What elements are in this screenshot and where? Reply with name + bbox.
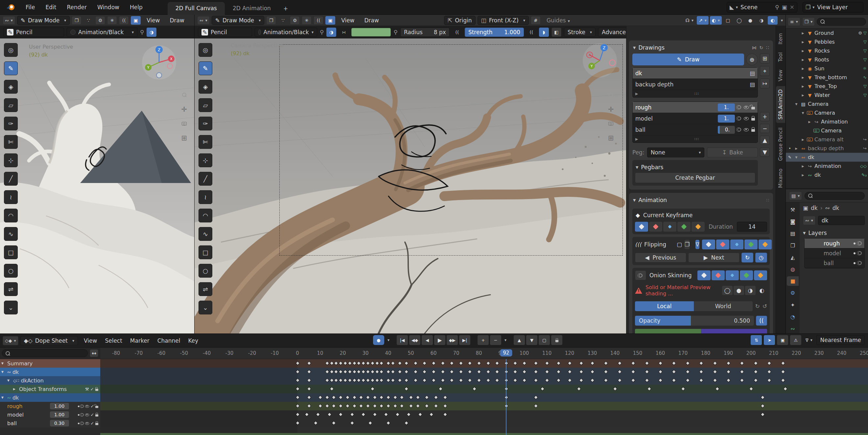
- keyframe[interactable]: [579, 361, 583, 365]
- menu-key[interactable]: Key: [184, 336, 202, 345]
- sun-data-icon[interactable]: ☼: [863, 66, 867, 71]
- camera-data-icon[interactable]: [813, 129, 819, 132]
- viewport-user-canvas[interactable]: User Perspective (92) dk Z Y X ✛ ⊞: [0, 38, 194, 334]
- keyframe[interactable]: [726, 378, 731, 382]
- move-layer-up-button[interactable]: ▲: [760, 136, 770, 145]
- zoom-icon[interactable]: [609, 93, 613, 97]
- properties-tab-output[interactable]: ▤: [787, 229, 799, 238]
- keyframe[interactable]: [327, 412, 332, 416]
- guides-grid-icon[interactable]: #: [531, 16, 541, 25]
- arc-tool[interactable]: ◠: [198, 209, 212, 222]
- shading-material-icon[interactable]: ◑: [745, 286, 755, 295]
- keyframe[interactable]: [384, 412, 388, 416]
- prev-keyframe-button[interactable]: ◀◆: [409, 335, 421, 345]
- auto-keying-button[interactable]: ●: [373, 335, 384, 345]
- shading-wireframe-icon[interactable]: ◯: [722, 286, 733, 295]
- keyframe[interactable]: [332, 404, 336, 408]
- keyframe[interactable]: [404, 387, 408, 391]
- add-object-button[interactable]: ⊕: [746, 54, 758, 65]
- keyframe-type-button[interactable]: [677, 222, 690, 231]
- keyframe[interactable]: [590, 370, 594, 374]
- dot-icon[interactable]: [854, 243, 856, 244]
- keys-icon[interactable]: ◇◇: [860, 164, 867, 168]
- keyframe[interactable]: [391, 361, 395, 365]
- keyframe[interactable]: [356, 378, 361, 382]
- zoom-icon[interactable]: [182, 93, 186, 97]
- mesh-data-icon[interactable]: ▽: [863, 57, 867, 62]
- keyframe[interactable]: [545, 370, 549, 374]
- outliner-item-camera[interactable]: Camera: [786, 126, 868, 135]
- keyframe[interactable]: [514, 370, 518, 374]
- menu-help[interactable]: Help: [125, 3, 148, 12]
- keyframe[interactable]: [325, 378, 329, 382]
- gp-data-icon[interactable]: ∾: [7, 395, 11, 400]
- onion-icon[interactable]: [858, 251, 862, 255]
- next-keyframe-button[interactable]: ▶ Next: [688, 253, 740, 262]
- keyframe[interactable]: [416, 395, 420, 400]
- properties-tab-object-data[interactable]: ∾: [787, 324, 799, 334]
- expand-icon[interactable]: ▶: [801, 40, 805, 44]
- curve-tool[interactable]: ∿: [198, 227, 212, 241]
- collapse-icon[interactable]: ▼: [633, 46, 636, 50]
- dot-icon[interactable]: [854, 252, 856, 254]
- keyframe[interactable]: [459, 378, 463, 382]
- keyframe[interactable]: [432, 361, 436, 365]
- overlays-toggle-icon[interactable]: ◐▾: [710, 16, 722, 25]
- keyframe[interactable]: [425, 404, 429, 408]
- menu-view[interactable]: View: [143, 16, 164, 25]
- breadcrumb-object[interactable]: dk: [811, 205, 818, 211]
- arc-tool[interactable]: ◠: [4, 209, 18, 222]
- keyframe[interactable]: [314, 421, 318, 425]
- channel-rough[interactable]: rough1.00✓: [0, 402, 100, 410]
- outliner-item-ground[interactable]: ▶▼Ground⚙▽: [786, 29, 868, 37]
- shading-solid-icon[interactable]: ●: [745, 16, 755, 25]
- keyframe[interactable]: [409, 395, 413, 400]
- keyframe[interactable]: [590, 378, 594, 382]
- keyframe-type-button[interactable]: [663, 222, 676, 231]
- snap-dropdown[interactable]: Nearest Frame: [816, 335, 865, 345]
- expand-icon[interactable]: ▶: [801, 49, 805, 53]
- layer-opacity-field[interactable]: 1.: [718, 103, 735, 112]
- keyframe[interactable]: [545, 378, 549, 382]
- keyframe[interactable]: [477, 370, 481, 374]
- outliner-item-tree-bottom[interactable]: ▶▼Tree_bottom∿: [786, 73, 868, 82]
- keyframe[interactable]: [477, 361, 481, 365]
- keyframe[interactable]: [332, 395, 336, 400]
- keyframe[interactable]: [379, 395, 383, 400]
- keyframe[interactable]: [348, 361, 352, 365]
- properties-tab-particles[interactable]: ✦: [787, 300, 799, 310]
- keyframe[interactable]: [352, 378, 356, 382]
- outliner-item-sun[interactable]: ▶◉Sun☼: [786, 64, 868, 73]
- layer-opacity-field[interactable]: 0.: [718, 126, 735, 134]
- keyframe[interactable]: [522, 378, 527, 382]
- tint-tool[interactable]: ✑: [4, 117, 18, 130]
- keyframe[interactable]: [352, 404, 356, 408]
- add-layer-button[interactable]: +: [760, 112, 770, 121]
- keyframe[interactable]: [425, 395, 429, 400]
- properties-layer-row[interactable]: ball: [805, 258, 864, 268]
- keyframe[interactable]: [740, 370, 744, 374]
- lock-open-icon[interactable]: [751, 107, 755, 110]
- keyframe[interactable]: [477, 378, 481, 382]
- expand-icon[interactable]: ▶: [635, 137, 638, 141]
- properties-tab-tool[interactable]: ⚒: [787, 205, 799, 215]
- draw-tool[interactable]: ✎: [198, 61, 212, 75]
- create-pegbar-button[interactable]: Create Pegbar: [635, 173, 755, 183]
- xray-toggle-icon[interactable]: ▢: [723, 16, 733, 25]
- menu-window[interactable]: Window: [92, 3, 125, 12]
- expand-icon[interactable]: ▼: [7, 379, 11, 382]
- keyframe[interactable]: [339, 370, 343, 374]
- keyframe[interactable]: [356, 361, 361, 365]
- keyframe[interactable]: [534, 404, 538, 408]
- expand-icon[interactable]: ▶: [794, 147, 799, 150]
- onion-icon[interactable]: [81, 422, 84, 425]
- vertex-color-swatch[interactable]: [351, 28, 391, 36]
- keyframe[interactable]: [350, 421, 354, 425]
- keyframe[interactable]: [325, 370, 329, 374]
- line-tool[interactable]: ╱: [4, 172, 18, 186]
- keyframe[interactable]: [468, 378, 472, 382]
- keyframe[interactable]: [686, 361, 690, 365]
- keyframe[interactable]: [316, 412, 320, 416]
- circle-tool[interactable]: ○: [198, 264, 212, 278]
- bake-button[interactable]: ↧ Bake: [707, 148, 758, 157]
